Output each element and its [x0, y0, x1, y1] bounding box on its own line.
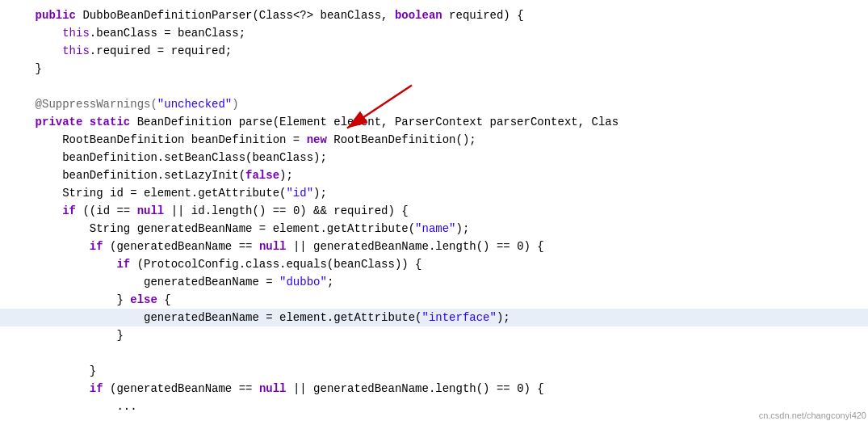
code-token: if [90, 240, 103, 253]
code-token: "unchecked" [157, 98, 232, 111]
code-token: || id.length() == 0) && required) { [164, 204, 408, 217]
code-line: this.beanClass = beanClass; [0, 24, 868, 42]
code-token: required) { [442, 9, 524, 22]
code-token: null [137, 204, 165, 217]
code-line: generatedBeanName = "dubbo"; [0, 273, 868, 291]
code-token: (ProtocolConfig.class.equals(beanClass))… [130, 258, 421, 271]
code-token: null [259, 240, 287, 253]
watermark-text: cn.csdn.net/changconyi420 [759, 410, 866, 420]
line-content: RootBeanDefinition beanDefinition = new … [0, 133, 868, 146]
code-token: new [307, 133, 327, 146]
code-line: private static BeanDefinition parse(Elem… [0, 113, 868, 131]
line-content: generatedBeanName = element.getAttribute… [0, 311, 868, 324]
line-content: if ((id == null || id.length() == 0) && … [0, 204, 868, 217]
code-token: } [8, 329, 124, 342]
line-content: beanDefinition.setLazyInit(false); [0, 169, 868, 182]
line-content: } else { [0, 293, 868, 306]
line-content: this.required = required; [0, 44, 868, 57]
code-token: RootBeanDefinition beanDefinition = [8, 133, 307, 146]
line-content: beanDefinition.setBeanClass(beanClass); [0, 151, 868, 164]
code-line: beanDefinition.setLazyInit(false); [0, 166, 868, 184]
line-content: if (generatedBeanName == null || generat… [0, 382, 868, 395]
code-token: String generatedBeanName = element.getAt… [8, 222, 415, 235]
code-line: } [0, 326, 868, 344]
code-line: } else { [0, 291, 868, 309]
code-editor: public DubboBeanDefinitionParser(Class<?… [0, 0, 868, 421]
code-token: ); [456, 222, 470, 235]
code-token: ; [327, 276, 333, 288]
code-token: || generatedBeanName.length() == 0) { [286, 240, 543, 253]
code-token: (generatedBeanName == [103, 382, 259, 395]
code-line: @SuppressWarnings("unchecked") [0, 95, 868, 113]
line-content: private static BeanDefinition parse(Elem… [0, 116, 868, 128]
code-token: if [116, 258, 130, 271]
code-line: beanDefinition.setBeanClass(beanClass); [0, 149, 868, 166]
code-line: ... [0, 398, 868, 415]
code-token: (generatedBeanName == [103, 240, 259, 253]
code-token [8, 240, 90, 253]
code-token [8, 116, 36, 128]
code-token: beanDefinition.setLazyInit( [8, 169, 245, 182]
line-content: generatedBeanName = "dubbo"; [0, 276, 868, 288]
code-token: { [157, 293, 171, 306]
code-line: if (ProtocolConfig.class.equals(beanClas… [0, 255, 868, 273]
code-token: null [259, 382, 287, 395]
code-content: public DubboBeanDefinitionParser(Class<?… [0, 6, 868, 415]
code-token: if [62, 204, 76, 217]
code-token: .required = required; [90, 44, 232, 57]
line-content [0, 80, 868, 93]
code-line: public DubboBeanDefinitionParser(Class<?… [0, 6, 868, 24]
code-line: } [0, 60, 868, 78]
line-content: } [0, 364, 868, 377]
code-line: generatedBeanName = element.getAttribute… [0, 309, 868, 326]
code-token: this [62, 27, 90, 40]
line-content: if (ProtocolConfig.class.equals(beanClas… [0, 258, 868, 271]
code-token: else [130, 293, 157, 306]
code-line [0, 344, 868, 362]
code-token: ); [279, 169, 293, 182]
code-token: ) [232, 98, 238, 111]
code-token: } [8, 364, 96, 377]
code-token [8, 382, 90, 395]
code-line: if (generatedBeanName == null || generat… [0, 238, 868, 255]
code-token: generatedBeanName = [8, 276, 279, 288]
code-token: this [62, 44, 90, 57]
line-content [0, 347, 868, 360]
code-line: RootBeanDefinition beanDefinition = new … [0, 131, 868, 149]
line-content: ... [0, 400, 868, 413]
code-token [8, 9, 36, 22]
code-line: if (generatedBeanName == null || generat… [0, 380, 868, 398]
code-token: String id = element.getAttribute( [8, 187, 286, 200]
line-content: if (generatedBeanName == null || generat… [0, 240, 868, 253]
code-token: generatedBeanName = element.getAttribute… [8, 311, 421, 324]
code-token: boolean [395, 9, 442, 22]
code-token [8, 204, 62, 217]
code-token: } [8, 293, 130, 306]
code-token: RootBeanDefinition(); [327, 133, 476, 146]
line-content: } [0, 62, 868, 75]
code-token: false [245, 169, 279, 182]
line-content: public DubboBeanDefinitionParser(Class<?… [0, 9, 868, 22]
code-token: "name" [415, 222, 455, 235]
code-token: private static [36, 116, 131, 128]
code-token: ); [313, 187, 327, 200]
code-line [0, 78, 868, 95]
code-token: ((id == [76, 204, 137, 217]
code-token: if [90, 382, 103, 395]
line-content: String generatedBeanName = element.getAt… [0, 222, 868, 235]
code-line: String generatedBeanName = element.getAt… [0, 220, 868, 238]
code-token: .beanClass = beanClass; [90, 27, 245, 40]
code-token: beanDefinition.setBeanClass(beanClass); [8, 151, 327, 164]
line-content: } [0, 329, 868, 342]
code-line: if ((id == null || id.length() == 0) && … [0, 202, 868, 220]
line-content: this.beanClass = beanClass; [0, 27, 868, 40]
code-token: ... [8, 400, 137, 413]
code-line: } [0, 362, 868, 380]
code-token: } [8, 62, 42, 75]
code-line: String id = element.getAttribute("id"); [0, 184, 868, 202]
code-token: "interface" [421, 311, 496, 324]
code-token: ); [497, 311, 510, 324]
code-token: DubboBeanDefinitionParser(Class<?> beanC… [76, 9, 395, 22]
code-token: "id" [286, 187, 313, 200]
code-token [8, 27, 62, 40]
